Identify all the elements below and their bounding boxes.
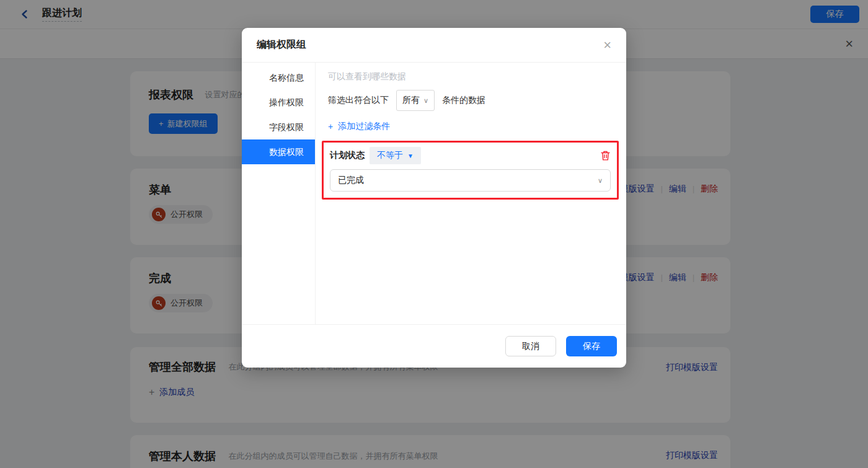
match-mode-select[interactable]: 所有 ∨ <box>396 90 435 111</box>
modal-tabs: 名称信息 操作权限 字段权限 数据权限 <box>242 63 316 324</box>
tab-field-permission[interactable]: 字段权限 <box>242 115 315 139</box>
filter-prefix: 筛选出符合以下 <box>328 95 389 106</box>
plus-icon: + <box>328 121 333 131</box>
condition-operator-value: 不等于 <box>377 150 403 161</box>
save-button[interactable]: 保存 <box>566 336 617 356</box>
tab-name-info[interactable]: 名称信息 <box>242 65 315 90</box>
condition-value: 已完成 <box>338 175 364 186</box>
match-mode-value: 所有 <box>402 95 420 106</box>
modal-body: 名称信息 操作权限 字段权限 数据权限 可以查看到哪些数据 筛选出符合以下 所有… <box>242 63 626 324</box>
cancel-button[interactable]: 取消 <box>505 336 556 356</box>
modal-footer: 取消 保存 <box>242 324 626 368</box>
tab-data-permission[interactable]: 数据权限 <box>242 139 315 164</box>
add-filter-condition-label: 添加过滤条件 <box>338 121 390 132</box>
chevron-down-icon: ∨ <box>423 97 428 105</box>
caret-down-icon: ▼ <box>407 152 414 159</box>
condition-value-select[interactable]: 已完成 ∨ <box>330 169 611 192</box>
condition-operator-select[interactable]: 不等于 ▼ <box>370 147 421 164</box>
condition-box-highlighted: 计划状态 不等于 ▼ <box>322 141 619 200</box>
add-filter-condition-link[interactable]: + 添加过滤条件 <box>328 121 390 132</box>
filter-suffix: 条件的数据 <box>442 95 485 106</box>
tab-operation-permission[interactable]: 操作权限 <box>242 90 315 115</box>
condition-field-label: 计划状态 <box>330 150 365 161</box>
chevron-down-icon: ∨ <box>598 177 603 185</box>
panel-hint: 可以查看到哪些数据 <box>328 70 614 82</box>
app-root: 跟进计划 保存 × 报表权限 设置对应的「 + 新建权限组 菜单 <box>0 0 868 468</box>
modal-header: 编辑权限组 × <box>242 28 626 63</box>
trash-icon <box>600 150 611 161</box>
condition-header-row: 计划状态 不等于 ▼ <box>330 146 611 165</box>
data-permission-panel: 可以查看到哪些数据 筛选出符合以下 所有 ∨ 条件的数据 + 添加过滤条件 <box>316 63 626 324</box>
delete-condition-button[interactable] <box>600 150 611 161</box>
modal-title: 编辑权限组 <box>257 38 306 51</box>
modal-close-icon[interactable]: × <box>603 38 611 52</box>
edit-permission-group-modal: 编辑权限组 × 名称信息 操作权限 字段权限 数据权限 可以查看到哪些数据 筛选… <box>242 28 626 368</box>
filter-match-row: 筛选出符合以下 所有 ∨ 条件的数据 <box>328 90 614 111</box>
